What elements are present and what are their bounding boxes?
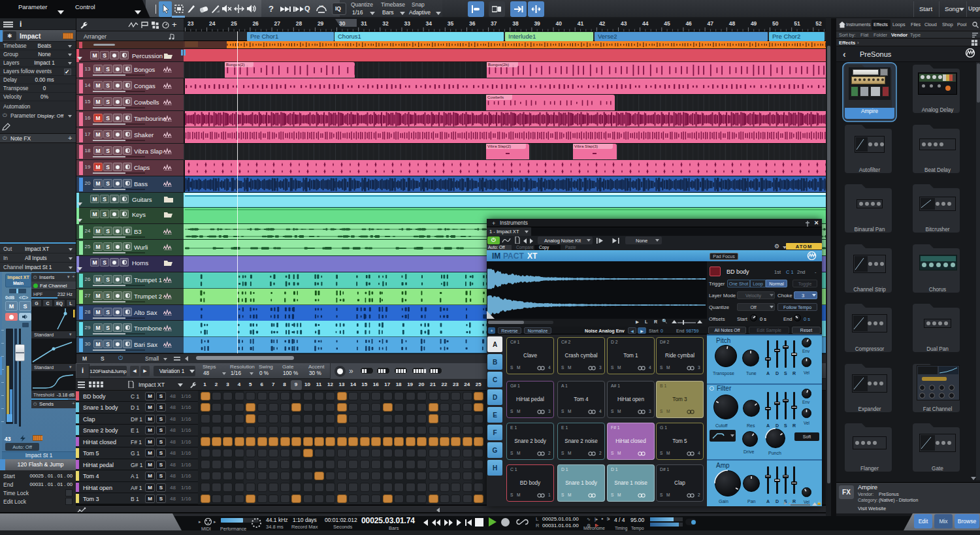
svg-text:50: 50 <box>772 20 779 27</box>
svg-text:49: 49 <box>751 20 757 27</box>
svg-text:23: 23 <box>188 20 194 27</box>
svg-text:32: 32 <box>382 20 389 27</box>
svg-text:36: 36 <box>469 20 476 27</box>
svg-text:45: 45 <box>664 20 670 27</box>
svg-text:39: 39 <box>534 20 540 27</box>
svg-text:44: 44 <box>642 20 649 27</box>
svg-text:33: 33 <box>404 20 411 27</box>
svg-text:25: 25 <box>231 20 237 27</box>
svg-text:27: 27 <box>274 20 281 27</box>
svg-text:48: 48 <box>729 20 736 27</box>
svg-text:42: 42 <box>599 20 606 27</box>
svg-text:51: 51 <box>794 20 800 27</box>
svg-text:24: 24 <box>209 20 216 27</box>
svg-text:37: 37 <box>491 20 497 27</box>
svg-text:30: 30 <box>339 20 346 27</box>
svg-text:43: 43 <box>621 20 627 27</box>
svg-text:40: 40 <box>556 20 563 27</box>
svg-text:34: 34 <box>426 20 433 27</box>
svg-text:31: 31 <box>361 20 367 27</box>
svg-text:26: 26 <box>252 20 259 27</box>
svg-text:46: 46 <box>685 20 692 27</box>
svg-text:38: 38 <box>512 20 519 27</box>
svg-text:35: 35 <box>448 20 454 27</box>
svg-text:29: 29 <box>318 20 324 27</box>
svg-text:28: 28 <box>296 20 302 27</box>
svg-text:47: 47 <box>708 20 714 27</box>
svg-text:52: 52 <box>815 20 822 27</box>
svg-text:41: 41 <box>578 20 584 27</box>
